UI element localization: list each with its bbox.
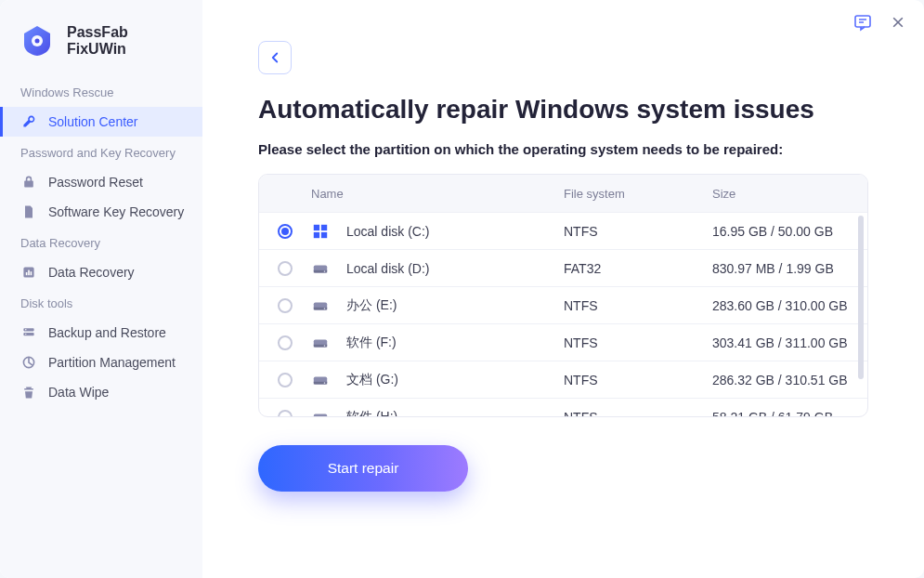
svg-rect-7 [23,333,33,335]
hdd-icon [311,334,330,352]
nav-section-title: Disk tools [0,287,202,318]
partition-size: 16.95 GB / 50.00 GB [712,224,856,239]
table-row[interactable]: Local disk (C:)NTFS16.95 GB / 50.00 GB [259,212,867,249]
svg-point-1 [35,39,40,44]
sidebar-item-partition-management[interactable]: Partition Management [0,348,202,377]
hdd-icon [311,296,330,315]
scrollbar-thumb[interactable] [858,216,864,379]
table-row[interactable]: 文档 (G:)NTFS286.32 GB / 310.51 GB [259,361,867,398]
lock-icon [20,174,37,190]
partition-radio[interactable] [278,410,293,418]
table-row[interactable]: Local disk (D:)FAT32830.97 MB / 1.99 GB [259,249,867,286]
sidebar: PassFab FixUWin Windows RescueSolution C… [0,0,202,578]
sidebar-item-label: Software Key Recovery [48,204,184,219]
svg-rect-12 [314,224,319,230]
table-row[interactable]: 软件 (H:)NTFS58.21 GB / 61.79 GB [259,398,867,417]
svg-rect-14 [314,231,319,237]
svg-rect-13 [321,224,327,230]
partition-name: 办公 (E:) [346,297,397,314]
partition-filesystem: NTFS [564,224,712,239]
partition-size: 830.97 MB / 1.99 GB [712,261,856,276]
chart-icon [20,264,37,281]
start-repair-button[interactable]: Start repair [258,445,468,492]
close-icon[interactable] [889,13,907,32]
start-repair-label: Start repair [328,460,399,477]
sidebar-item-label: Data Recovery [48,265,135,280]
sidebar-item-software-key-recovery[interactable]: Software Key Recovery [0,197,202,227]
app-window: PassFab FixUWin Windows RescueSolution C… [0,0,924,578]
partition-size: 283.60 GB / 310.00 GB [712,298,856,313]
svg-rect-11 [855,16,870,27]
partition-name: Local disk (D:) [346,261,429,276]
main-panel: Automatically repair Windows system issu… [202,0,924,578]
partition-filesystem: FAT32 [564,261,712,276]
backup-icon [20,324,37,341]
titlebar-controls [853,13,907,32]
svg-rect-15 [321,231,327,237]
partition-filesystem: NTFS [564,373,712,388]
svg-rect-28 [314,414,327,417]
partition-filesystem: NTFS [564,335,712,350]
partition-radio[interactable] [278,298,293,313]
nav: Windows RescueSolution CenterPassword an… [0,76,202,407]
back-button[interactable] [258,41,292,74]
partition-table: Name File system Size Local disk (C:)NTF… [258,174,868,417]
partition-radio[interactable] [278,335,293,350]
nav-section-title: Data Recovery [0,227,202,257]
windows-tiles-icon [311,222,330,241]
wipe-icon [20,384,37,401]
table-row[interactable]: 办公 (E:)NTFS283.60 GB / 310.00 GB [259,286,867,323]
brand-name: PassFab FixUWin [67,24,186,58]
table-header-row: Name File system Size [259,175,867,212]
svg-point-24 [324,345,326,347]
sidebar-item-label: Solution Center [48,114,138,129]
col-header-size: Size [712,187,856,201]
svg-point-21 [324,308,326,309]
sidebar-item-data-recovery[interactable]: Data Recovery [0,257,202,287]
sidebar-item-password-reset[interactable]: Password Reset [0,167,202,197]
page-title: Automatically repair Windows system issu… [258,95,868,125]
brand: PassFab FixUWin [0,24,202,76]
partition-size: 286.32 GB / 310.51 GB [712,373,856,388]
hdd-icon [311,371,330,389]
chevron-left-icon [267,49,283,66]
partition-filesystem: NTFS [564,298,712,313]
sidebar-item-data-wipe[interactable]: Data Wipe [0,377,202,407]
partition-icon [20,354,37,371]
partition-size: 303.41 GB / 311.00 GB [712,335,856,350]
wrench-icon [20,113,37,130]
sidebar-item-label: Password Reset [48,175,143,190]
table-row[interactable]: 软件 (F:)NTFS303.41 GB / 311.00 GB [259,323,867,361]
sidebar-item-backup-and-restore[interactable]: Backup and Restore [0,318,202,348]
svg-point-27 [324,382,326,384]
brand-logo-icon [20,24,54,58]
svg-point-9 [25,334,26,335]
partition-size: 58.21 GB / 61.79 GB [712,410,856,418]
partition-name: Local disk (C:) [346,224,429,239]
svg-point-18 [324,270,326,272]
partition-name: 软件 (H:) [346,409,397,418]
partition-radio[interactable] [278,224,293,239]
page-subtitle: Please select the partition on which the… [258,141,868,157]
nav-section-title: Windows Rescue [0,76,202,107]
hdd-icon [311,408,330,418]
hdd-icon [311,259,330,278]
feedback-icon[interactable] [853,13,872,32]
nav-section-title: Password and Key Recovery [0,137,202,167]
svg-rect-3 [26,272,28,275]
partition-filesystem: NTFS [564,410,712,418]
key-doc-icon [20,204,37,220]
partition-name: 文档 (G:) [346,372,398,388]
svg-point-8 [25,329,26,330]
scrollbar[interactable] [858,216,864,413]
sidebar-item-label: Data Wipe [48,385,109,400]
sidebar-item-label: Partition Management [48,355,176,370]
sidebar-item-solution-center[interactable]: Solution Center [0,107,202,137]
sidebar-item-label: Backup and Restore [48,325,166,340]
partition-name: 软件 (F:) [346,335,397,351]
svg-rect-5 [31,271,33,275]
partition-radio[interactable] [278,261,293,276]
col-header-fs: File system [564,187,712,201]
svg-rect-6 [23,328,33,331]
partition-radio[interactable] [278,373,293,388]
